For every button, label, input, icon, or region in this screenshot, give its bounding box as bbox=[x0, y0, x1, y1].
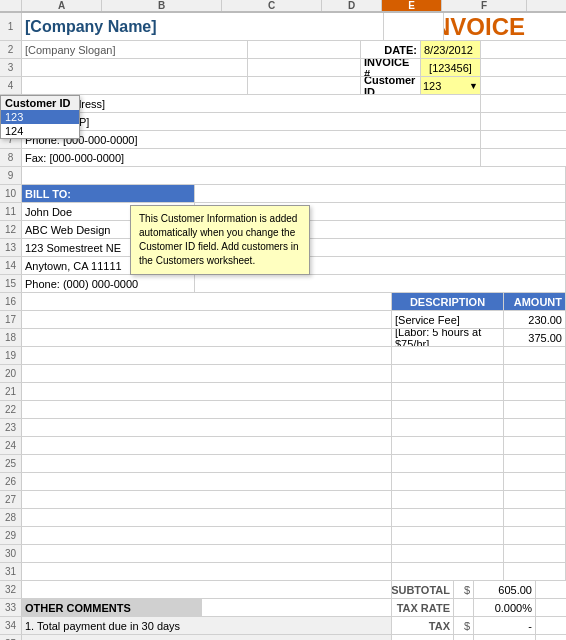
row-num-12: 12 bbox=[0, 221, 22, 238]
row-20: 20 bbox=[0, 365, 566, 383]
col-header-D: D bbox=[322, 0, 382, 11]
empty-2f bbox=[481, 41, 566, 58]
invoice-num-value[interactable]: [123456] bbox=[421, 59, 481, 76]
row-8: 8 Fax: [000-000-0000] bbox=[0, 149, 566, 167]
column-headers: A B C D E F bbox=[0, 0, 566, 13]
row-24: 24 bbox=[0, 437, 566, 455]
row-num-13: 13 bbox=[0, 239, 22, 256]
row-15: 15 Phone: (000) 000-0000 bbox=[0, 275, 566, 293]
row-2: 2 [Company Slogan] DATE: 8/23/2012 bbox=[0, 41, 566, 59]
empty-3c bbox=[248, 59, 361, 76]
amount-row18[interactable]: 375.00 bbox=[504, 329, 566, 346]
empty-5f bbox=[481, 95, 566, 112]
subtotal-currency: $ bbox=[454, 581, 474, 598]
comment-line-2: 2. Please include the invoice number on … bbox=[22, 635, 392, 640]
date-label: DATE: bbox=[361, 41, 421, 58]
row-num-14: 14 bbox=[0, 257, 22, 274]
row-31: 31 bbox=[0, 563, 566, 581]
tax-rate-label: TAX RATE bbox=[392, 599, 454, 616]
row-num-18: 18 bbox=[0, 329, 22, 346]
row-num-1: 1 bbox=[0, 13, 22, 40]
row-num-16: 16 bbox=[0, 293, 22, 310]
invoice-title: INVOICE bbox=[444, 13, 529, 40]
row-27: 27 bbox=[0, 491, 566, 509]
tax-label: TAX bbox=[392, 617, 454, 634]
tooltip-text: This Customer Information is added autom… bbox=[139, 213, 299, 266]
subtotal-label: SUBTOTAL bbox=[392, 581, 454, 598]
row-num-11: 11 bbox=[0, 203, 22, 220]
empty-7f bbox=[481, 131, 566, 148]
customer-id-value: 123 bbox=[423, 80, 469, 92]
empty-17a bbox=[22, 311, 392, 328]
row-28: 28 bbox=[0, 509, 566, 527]
row-33: 33 OTHER COMMENTS TAX RATE 0.000% bbox=[0, 599, 566, 617]
row-25: 25 bbox=[0, 455, 566, 473]
tax-value: - bbox=[474, 617, 536, 634]
row-26: 26 bbox=[0, 473, 566, 491]
row-29: 29 bbox=[0, 527, 566, 545]
desc-header: DESCRIPTION bbox=[392, 293, 504, 310]
corner-cell bbox=[0, 0, 22, 11]
empty-8f bbox=[481, 149, 566, 166]
row-num-2: 2 bbox=[0, 41, 22, 58]
col-header-F: F bbox=[442, 0, 527, 11]
address-cell: [Stress Address] bbox=[22, 95, 481, 112]
phone-cell: Phone: [000-000-0000] bbox=[22, 131, 481, 148]
empty-16a bbox=[22, 293, 392, 310]
empty-2c bbox=[248, 41, 361, 58]
row-34: 34 1. Total payment due in 30 days TAX $… bbox=[0, 617, 566, 635]
invoice-num-label: INVOICE # bbox=[361, 59, 421, 76]
row-19: 19 bbox=[0, 347, 566, 365]
row-num-4: 4 bbox=[0, 77, 22, 94]
empty-6f bbox=[481, 113, 566, 130]
company-slogan-cell: [Company Slogan] bbox=[22, 41, 248, 58]
dropdown-arrow-icon[interactable]: ▼ bbox=[469, 81, 478, 91]
city-cell: [City, ST ZIP] bbox=[22, 113, 481, 130]
desc-row17[interactable]: [Service Fee] bbox=[392, 311, 504, 328]
row-4: 4 Customer ID 123 ▼ Customer ID 123 124 bbox=[0, 77, 566, 95]
row-7: 7 Phone: [000-000-0000] bbox=[0, 131, 566, 149]
other-currency: $ bbox=[454, 635, 474, 640]
tax-rate-value[interactable]: 0.000% bbox=[474, 599, 536, 616]
fax-cell: Fax: [000-000-0000] bbox=[22, 149, 481, 166]
empty-1e bbox=[384, 13, 444, 40]
customer-id-label: Customer ID bbox=[361, 77, 421, 94]
comment-line-1: 1. Total payment due in 30 days bbox=[22, 617, 392, 634]
row-3: 3 INVOICE # [123456] bbox=[0, 59, 566, 77]
tax-currency: $ bbox=[454, 617, 474, 634]
empty-15b bbox=[195, 275, 566, 292]
row-num-10: 10 bbox=[0, 185, 22, 202]
row-10: 10 BILL TO: bbox=[0, 185, 566, 203]
row-21: 21 bbox=[0, 383, 566, 401]
row-1: 1 [Company Name] INVOICE bbox=[0, 13, 566, 41]
row-30: 30 bbox=[0, 545, 566, 563]
row-num-8: 8 bbox=[0, 149, 22, 166]
tooltip-box: This Customer Information is added autom… bbox=[130, 205, 310, 275]
row-32: 32 SUBTOTAL $ 605.00 bbox=[0, 581, 566, 599]
empty-9 bbox=[22, 167, 566, 184]
amount-row17[interactable]: 230.00 bbox=[504, 311, 566, 328]
empty-3f bbox=[481, 59, 566, 76]
row-num-3: 3 bbox=[0, 59, 22, 76]
bill-to-label: BILL TO: bbox=[22, 185, 195, 202]
other-value: - bbox=[474, 635, 536, 640]
row-18: 18 [Labor: 5 hours at $75/hr] 375.00 bbox=[0, 329, 566, 347]
col-header-A: A bbox=[22, 0, 102, 11]
row-22: 22 bbox=[0, 401, 566, 419]
empty-4f bbox=[481, 77, 566, 94]
amount-header: AMOUNT bbox=[504, 293, 566, 310]
row-9: 9 bbox=[0, 167, 566, 185]
row-num-15: 15 bbox=[0, 275, 22, 292]
col-header-B: B bbox=[102, 0, 222, 11]
row-23: 23 bbox=[0, 419, 566, 437]
customer-id-wrapper: 123 ▼ bbox=[421, 80, 480, 92]
desc-row18[interactable]: [Labor: 5 hours at $75/hr] bbox=[392, 329, 504, 346]
date-value[interactable]: 8/23/2012 bbox=[421, 41, 481, 58]
empty-3a bbox=[22, 59, 248, 76]
empty-4c bbox=[248, 77, 361, 94]
subtotal-value: 605.00 bbox=[474, 581, 536, 598]
company-name-cell: [Company Name] bbox=[22, 13, 384, 40]
empty-10b bbox=[195, 185, 566, 202]
row-17: 17 [Service Fee] 230.00 bbox=[0, 311, 566, 329]
customer-id-cell[interactable]: 123 ▼ Customer ID 123 124 bbox=[421, 77, 481, 94]
